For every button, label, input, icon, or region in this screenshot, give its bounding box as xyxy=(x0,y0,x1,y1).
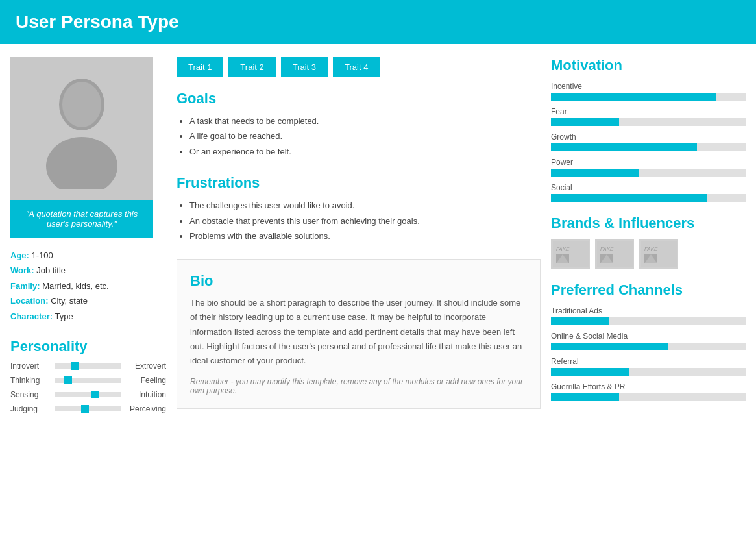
bar-label: Incentive xyxy=(551,82,746,91)
middle-column: Trait 1Trait 2Trait 3Trait 4 Goals A tas… xyxy=(177,57,541,419)
goals-item: A life goal to be reached. xyxy=(189,129,541,143)
motivation-bar-row: Power xyxy=(551,158,746,177)
bar-label: Fear xyxy=(551,107,746,116)
frustrations-item: An obstacle that prevents this user from… xyxy=(189,214,541,228)
bar-fill xyxy=(551,93,716,101)
trait-button-1[interactable]: Trait 1 xyxy=(177,57,223,77)
brands-logos: FAKE FAKE FAKE xyxy=(551,239,746,269)
svg-text:FAKE: FAKE xyxy=(556,246,570,252)
personality-indicator xyxy=(71,362,79,370)
channel-bar-track xyxy=(551,393,746,401)
location-label: Location: xyxy=(10,296,49,306)
svg-text:FAKE: FAKE xyxy=(644,246,658,252)
channel-bar-fill xyxy=(551,317,609,325)
bar-label: Social xyxy=(551,183,746,192)
motivation-section: Motivation Incentive Fear Growth Power S… xyxy=(551,57,746,202)
svg-point-1 xyxy=(46,137,117,189)
goals-title: Goals xyxy=(177,90,541,107)
left-column: "A quotation that captures this user's p… xyxy=(10,57,166,419)
personality-right-label: Intuition xyxy=(124,390,166,399)
personality-row: Introvert Extrovert xyxy=(10,361,166,371)
personality-left-label: Sensing xyxy=(10,390,53,399)
right-column: Motivation Incentive Fear Growth Power S… xyxy=(551,57,746,419)
bar-track xyxy=(551,169,746,177)
personality-track xyxy=(55,406,121,411)
personality-indicator xyxy=(64,376,72,384)
quote-box: "A quotation that captures this user's p… xyxy=(10,200,153,238)
brands-title: Brands & Influencers xyxy=(551,215,746,232)
personality-track xyxy=(55,378,121,383)
personality-left-label: Introvert xyxy=(10,361,53,371)
age-value: 1-100 xyxy=(32,251,53,260)
avatar xyxy=(10,57,153,200)
brand-logo-1: FAKE xyxy=(551,239,590,269)
trait-button-2[interactable]: Trait 2 xyxy=(228,57,275,77)
channel-bar-label: Guerrilla Efforts & PR xyxy=(551,382,746,391)
motivation-bar-row: Incentive xyxy=(551,82,746,101)
character-label: Character: xyxy=(10,312,53,321)
frustrations-title: Frustrations xyxy=(177,175,541,191)
bio-box: Bio The bio should be a short paragraph … xyxy=(177,259,541,408)
channel-bar-track xyxy=(551,317,746,325)
channels-section: Preferred Channels Traditional Ads Onlin… xyxy=(551,282,746,401)
frustrations-item: Problems with the available solutions. xyxy=(189,228,541,243)
personality-left-label: Judging xyxy=(10,404,53,413)
channel-bar-row: Referral xyxy=(551,357,746,376)
bar-track xyxy=(551,194,746,202)
character-value: Type xyxy=(55,312,73,321)
work-value: Job title xyxy=(36,265,66,275)
work-row: Work: Job title xyxy=(10,263,166,278)
frustrations-list: The challenges this user would like to a… xyxy=(177,198,541,243)
personality-track xyxy=(55,392,121,397)
personality-indicator xyxy=(81,405,89,413)
personality-track xyxy=(55,363,121,369)
goals-list: A task that needs to be completed.A life… xyxy=(177,114,541,159)
personality-right-label: Extrovert xyxy=(124,361,166,371)
character-row: Character: Type xyxy=(10,309,166,324)
bar-fill xyxy=(551,194,707,202)
personality-section: Personality Introvert Extrovert Thinking… xyxy=(10,338,166,413)
bar-track xyxy=(551,118,746,126)
bar-fill xyxy=(551,118,619,126)
channel-bar-row: Online & Social Media xyxy=(551,332,746,350)
personality-title: Personality xyxy=(10,338,166,355)
age-label: Age: xyxy=(10,251,29,260)
brand-logo-3: FAKE xyxy=(639,239,678,269)
personality-right-label: Perceiving xyxy=(124,404,166,413)
personality-left-label: Thinking xyxy=(10,376,53,385)
channel-bar-fill xyxy=(551,393,619,401)
trait-button-4[interactable]: Trait 4 xyxy=(333,57,380,77)
brands-section: Brands & Influencers FAKE FAKE FAKE xyxy=(551,215,746,269)
bar-track xyxy=(551,93,746,101)
bio-text: The bio should be a short paragraph to d… xyxy=(190,296,527,367)
bio-title: Bio xyxy=(190,273,527,289)
personality-rows: Introvert Extrovert Thinking Feeling Sen… xyxy=(10,361,166,413)
channel-bar-fill xyxy=(551,343,668,350)
frustrations-section: Frustrations The challenges this user wo… xyxy=(177,175,541,243)
main-content: "A quotation that captures this user's p… xyxy=(0,44,756,432)
work-label: Work: xyxy=(10,265,34,275)
info-block: Age: 1-100 Work: Job title Family: Marri… xyxy=(10,245,166,326)
channel-bar-track xyxy=(551,368,746,376)
age-row: Age: 1-100 xyxy=(10,248,166,263)
traits-row: Trait 1Trait 2Trait 3Trait 4 xyxy=(177,57,541,77)
brand-logo-2: FAKE xyxy=(595,239,634,269)
page-header: User Persona Type xyxy=(0,0,756,44)
channels-bars: Traditional Ads Online & Social Media Re… xyxy=(551,306,746,401)
family-value: Married, kids, etc. xyxy=(42,281,109,291)
channel-bar-fill xyxy=(551,368,629,376)
trait-button-3[interactable]: Trait 3 xyxy=(281,57,328,77)
motivation-title: Motivation xyxy=(551,57,746,74)
channel-bar-label: Traditional Ads xyxy=(551,306,746,315)
bar-track xyxy=(551,143,746,151)
bar-fill xyxy=(551,143,697,151)
location-value: City, state xyxy=(51,296,88,306)
bar-fill xyxy=(551,169,639,177)
bar-label: Power xyxy=(551,158,746,167)
page-title: User Persona Type xyxy=(16,12,740,32)
personality-row: Sensing Intuition xyxy=(10,390,166,399)
channels-title: Preferred Channels xyxy=(551,282,746,299)
svg-text:FAKE: FAKE xyxy=(600,246,614,252)
goals-item: Or an experience to be felt. xyxy=(189,144,541,159)
goals-section: Goals A task that needs to be completed.… xyxy=(177,90,541,159)
